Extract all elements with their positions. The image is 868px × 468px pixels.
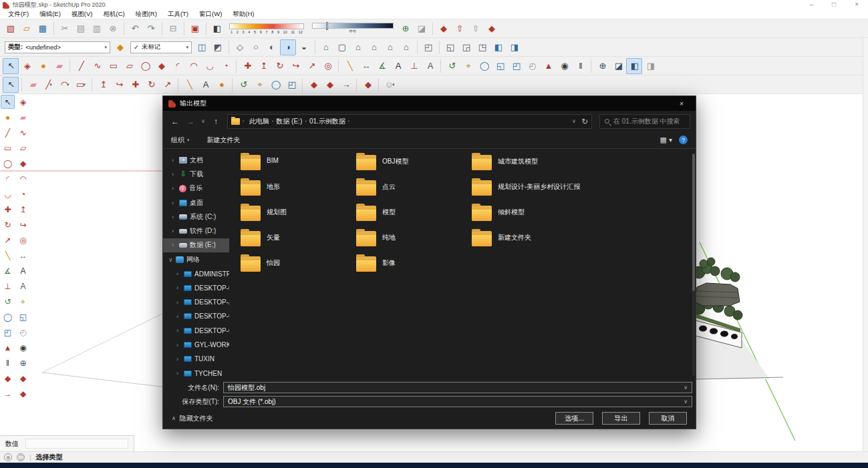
tree-item-desktop[interactable]: › 桌面	[163, 196, 229, 210]
offset-tool-icon[interactable]: ◎	[16, 233, 30, 247]
orbit-tool-icon[interactable]: ↺	[235, 77, 251, 93]
orbit-tool-icon[interactable]: ↺	[1, 294, 15, 308]
paint-bucket-icon[interactable]: ●	[213, 77, 229, 93]
walk-tool-icon[interactable]: ‖	[1, 356, 15, 370]
make-component-icon[interactable]: ◈	[16, 95, 30, 109]
circle-tool-icon[interactable]: ◯	[1, 156, 15, 170]
tree-chevron-icon[interactable]: ›	[176, 299, 181, 306]
view-back-icon[interactable]: ⌂	[382, 39, 398, 55]
shadow-time-slider[interactable]: 中午	[312, 23, 394, 34]
solid-union-icon[interactable]: ◲	[458, 39, 474, 55]
hide-folders-button[interactable]: ∧ 隐藏文件夹	[172, 414, 213, 423]
display-section-planes-icon[interactable]: ◪	[610, 58, 626, 74]
rectangle-tool-icon[interactable]: ▭▾	[73, 77, 89, 93]
solid-trim-icon[interactable]: ◧	[490, 39, 507, 55]
menu-item[interactable]: 工具(T)	[162, 10, 194, 19]
select-tool-icon[interactable]: ↖	[3, 58, 19, 74]
pie-tool-icon[interactable]: ◔	[16, 187, 30, 201]
nav-recent-dropdown[interactable]: ∨	[199, 115, 207, 128]
arc-tool-icon[interactable]: ◠▾	[57, 77, 73, 93]
tree-item-downloads[interactable]: › ⇩ 下载	[163, 167, 229, 181]
delete-icon[interactable]: ⊗	[105, 21, 121, 37]
follow-me-tool-icon[interactable]: ↪	[287, 58, 303, 74]
position-camera-icon[interactable]: ▲	[540, 58, 556, 74]
menu-item[interactable]: 窗口(W)	[194, 10, 227, 19]
tree-scrollbar[interactable]	[692, 154, 695, 376]
extension-warehouse-icon[interactable]: ◆	[359, 77, 376, 93]
extension-warehouse-icon[interactable]: ◆	[16, 387, 30, 401]
tree-item-computer[interactable]: › DESKTOP-AVZ	[163, 295, 229, 309]
view-front-icon[interactable]: ⌂	[350, 39, 366, 55]
section-plane-icon[interactable]: ⊕	[16, 356, 30, 370]
menu-item[interactable]: 绘图(R)	[130, 10, 162, 19]
pan-tool-icon[interactable]: ⌖	[460, 58, 476, 74]
display-section-cuts-icon[interactable]: ◧	[626, 58, 642, 74]
line-tool-icon[interactable]: ╱	[73, 58, 89, 74]
menu-item[interactable]: 相机(C)	[98, 10, 130, 19]
folder-item[interactable]: 地形	[241, 179, 356, 204]
eraser-tool-icon[interactable]: ▰	[51, 58, 67, 74]
copy-icon[interactable]: ▤	[73, 21, 89, 37]
folder-item[interactable]: 影像	[356, 255, 472, 280]
rotated-rectangle-tool-icon[interactable]: ▱	[121, 58, 137, 74]
pie-tool-icon[interactable]: ◔	[217, 58, 233, 74]
tree-item-drive-d[interactable]: › 软件 (D:)	[163, 224, 229, 238]
tree-chevron-icon[interactable]: ›	[172, 171, 176, 178]
folder-item[interactable]: 矢量	[241, 230, 356, 255]
refresh-icon[interactable]: ↻	[581, 117, 588, 126]
solid-intersect-icon[interactable]: ◱	[442, 39, 458, 55]
filename-input[interactable]: 怡园模型.obj ∨	[223, 382, 692, 393]
tree-chevron-icon[interactable]: ›	[176, 313, 181, 320]
folder-item[interactable]: 新建文件夹	[472, 230, 587, 255]
two-point-arc-tool-icon[interactable]: ◠	[185, 58, 201, 74]
select-tool-icon[interactable]: ↖	[1, 95, 15, 109]
solid-subtract-icon[interactable]: ◳	[474, 39, 490, 55]
view-right-icon[interactable]: ⌂	[366, 39, 382, 55]
push-pull-tool-icon[interactable]: ↥	[255, 58, 271, 74]
cut-icon[interactable]: ✂	[57, 21, 73, 37]
view-top-icon[interactable]: ▢	[334, 39, 350, 55]
shaded-textures-style-icon[interactable]: ◑	[280, 39, 296, 55]
line-tool-icon[interactable]: ╱	[1, 126, 15, 140]
folder-item[interactable]: BIM	[241, 154, 356, 179]
dialog-close-button[interactable]: ×	[673, 99, 690, 107]
save-icon[interactable]: ▦	[35, 21, 51, 37]
geolocation-icon[interactable]: ⊕	[4, 453, 12, 461]
axes-tool-icon[interactable]: ⊥	[1, 279, 15, 293]
search-input[interactable]: 在 01.示例数据 中搜索	[599, 114, 690, 129]
photo-textures-icon[interactable]: ◪	[414, 21, 430, 37]
shadow-toggle-icon[interactable]: ◧	[209, 21, 225, 37]
polygon-tool-icon[interactable]: ◆	[153, 58, 169, 74]
shadow-time-thumb[interactable]	[326, 22, 328, 30]
tree-chevron-icon[interactable]: ∨	[168, 256, 173, 263]
push-pull-tool-icon[interactable]: ↥	[16, 202, 30, 216]
tree-item-computer[interactable]: › TUXIN	[163, 352, 229, 366]
select-tool-icon[interactable]: ↖	[3, 77, 19, 93]
monochrome-style-icon[interactable]: ◒	[296, 39, 312, 55]
move-tool-icon[interactable]: ✚	[1, 202, 15, 216]
menu-item[interactable]: 编辑(E)	[34, 10, 66, 19]
change-view-button[interactable]: ▦ ▾	[660, 136, 672, 144]
solid-outer-shell-icon[interactable]: ◰	[420, 39, 436, 55]
zoom-extents-icon[interactable]: ◰	[283, 77, 299, 93]
breadcrumb-item[interactable]: 此电脑	[247, 117, 271, 126]
arc-tool-icon[interactable]: ◜	[169, 58, 185, 74]
tree-chevron-icon[interactable]: ›	[172, 157, 176, 164]
account-icon[interactable]: ☺▾	[382, 77, 398, 93]
minimize-button[interactable]: –	[810, 1, 814, 8]
hidden-line-style-icon[interactable]: ○	[248, 39, 264, 55]
view-left-icon[interactable]: ⌂	[398, 39, 414, 55]
3d-text-tool-icon[interactable]: A	[422, 58, 438, 74]
extension-warehouse-icon[interactable]: ◆	[484, 21, 500, 37]
folder-item[interactable]: 怡园	[241, 255, 356, 280]
nav-forward-button[interactable]: →	[184, 115, 197, 128]
new-folder-button[interactable]: 新建文件夹	[207, 136, 241, 145]
pan-tool-icon[interactable]: ⌖	[251, 77, 267, 93]
move-tool-icon[interactable]: ✚	[239, 58, 255, 74]
rectangle-tool-icon[interactable]: ▭	[105, 58, 121, 74]
paint-bucket-icon[interactable]: ●	[1, 110, 15, 124]
eraser-tool-icon[interactable]: ▰	[16, 110, 30, 124]
add-location-icon[interactable]: ⊕	[398, 21, 414, 37]
axes-tool-icon[interactable]: ⊥	[406, 58, 422, 74]
rectangle-tool-icon[interactable]: ▭	[1, 141, 15, 155]
